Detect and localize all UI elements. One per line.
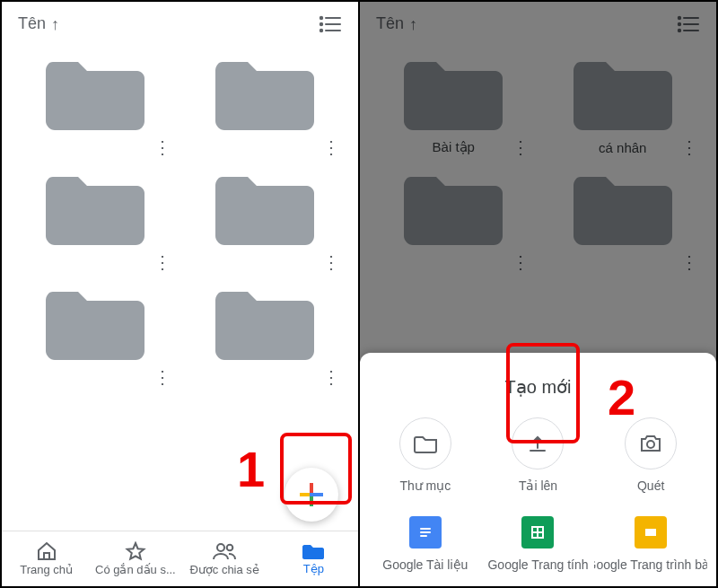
header: Tên ↑	[2, 2, 358, 42]
svg-rect-6	[310, 483, 313, 493]
folder-item[interactable]: cá nhân⋮	[547, 51, 699, 157]
nav-starred[interactable]: Có gắn dấu s...	[91, 531, 180, 586]
folder-item[interactable]: ⋮	[189, 281, 341, 387]
slides-icon	[643, 524, 659, 540]
folder-item[interactable]: ⋮	[20, 51, 171, 157]
sort-control[interactable]: Tên ↑	[18, 14, 59, 33]
folder-grid: Bài tập⋮ cá nhân⋮ ⋮ ⋮	[360, 42, 716, 272]
tutorial-step-number: 1	[237, 440, 265, 498]
svg-point-0	[320, 16, 322, 18]
sheet-item-label: Tải lên	[519, 478, 557, 493]
folder-item[interactable]: ⋮	[189, 51, 341, 157]
header: Tên ↑	[360, 2, 716, 42]
svg-point-19	[647, 441, 654, 448]
upload-icon	[527, 433, 548, 454]
folder-label: Bài tập	[378, 139, 530, 155]
svg-rect-9	[313, 493, 323, 496]
more-icon[interactable]: ⋮	[680, 253, 698, 271]
folder-item[interactable]: ⋮	[189, 166, 341, 272]
folder-icon	[46, 281, 144, 360]
nav-label: Được chia sẻ	[189, 563, 258, 576]
sort-label: Tên	[18, 14, 46, 33]
arrow-up-icon: ↑	[51, 16, 59, 32]
folder-grid: ⋮ ⋮ ⋮ ⋮ ⋮ ⋮	[2, 42, 358, 387]
more-icon[interactable]: ⋮	[322, 253, 340, 271]
screen-step-1: Tên ↑ ⋮ ⋮	[2, 2, 360, 586]
create-docs[interactable]: Google Tài liệu	[369, 516, 482, 572]
svg-point-12	[227, 545, 233, 551]
svg-point-17	[679, 29, 680, 31]
nav-label: Có gắn dấu s...	[95, 563, 176, 576]
folder-outline-icon	[414, 434, 437, 453]
nav-shared[interactable]: Được chia sẻ	[180, 531, 269, 586]
svg-point-11	[217, 544, 224, 551]
more-icon[interactable]: ⋮	[153, 253, 171, 271]
svg-point-13	[679, 16, 680, 18]
more-icon[interactable]: ⋮	[322, 138, 340, 156]
svg-point-2	[320, 22, 322, 24]
nav-label: Trang chủ	[20, 563, 73, 576]
sheet-title: Tạo mới	[369, 376, 707, 398]
folder-icon	[574, 51, 672, 130]
more-icon[interactable]: ⋮	[153, 138, 171, 156]
create-folder[interactable]: Thư mục	[369, 417, 482, 493]
create-new-sheet: Tạo mới Thư mục Tải lên	[360, 353, 716, 586]
camera-icon	[639, 434, 662, 453]
folder-icon	[215, 281, 314, 360]
folder-label: cá nhân	[547, 140, 699, 155]
svg-point-15	[679, 22, 680, 24]
folder-item[interactable]: ⋮	[378, 166, 530, 272]
folder-icon	[404, 166, 503, 245]
svg-rect-7	[310, 496, 313, 506]
view-toggle-list-icon[interactable]	[677, 15, 700, 33]
svg-rect-26	[645, 529, 656, 536]
create-scan[interactable]: Quét	[594, 417, 707, 493]
folder-item[interactable]: ⋮	[20, 281, 171, 387]
tutorial-frame: Tên ↑ ⋮ ⋮	[0, 0, 718, 588]
folder-filled-icon	[302, 542, 324, 560]
arrow-up-icon: ↑	[409, 16, 417, 32]
view-toggle-list-icon[interactable]	[319, 15, 342, 33]
folder-icon	[574, 166, 672, 245]
home-icon	[36, 541, 57, 561]
folder-icon	[215, 166, 314, 245]
folder-icon	[46, 51, 144, 130]
people-icon	[213, 541, 236, 561]
create-sheets[interactable]: Google Trang tính	[482, 516, 595, 572]
fab-create[interactable]	[285, 468, 338, 522]
bottom-nav: Trang chủ Có gắn dấu s... Được chia sẻ T…	[2, 531, 358, 586]
sheets-icon	[530, 524, 546, 540]
sort-label: Tên	[376, 14, 404, 33]
docs-icon	[417, 524, 433, 540]
svg-point-4	[320, 29, 322, 31]
more-icon[interactable]: ⋮	[153, 368, 171, 386]
svg-rect-10	[310, 493, 313, 496]
create-upload[interactable]: Tải lên	[482, 417, 595, 493]
nav-files[interactable]: Tệp	[269, 531, 358, 586]
folder-icon	[215, 51, 314, 130]
create-slides[interactable]: Google Trang trình bày	[594, 516, 707, 572]
svg-rect-8	[300, 493, 310, 496]
sheet-item-label: Quét	[637, 478, 664, 493]
more-icon[interactable]: ⋮	[512, 253, 530, 271]
folder-item[interactable]: ⋮	[20, 166, 171, 272]
sheet-grid: Thư mục Tải lên	[369, 417, 707, 572]
star-icon	[125, 541, 146, 561]
screen-step-2: Tên ↑ Bài tập⋮ cá nhân⋮	[360, 2, 716, 586]
nav-label: Tệp	[303, 562, 324, 575]
sheet-item-label: Google Trang tính	[487, 557, 588, 572]
sheet-item-label: Google Tài liệu	[382, 557, 468, 572]
folder-icon	[46, 166, 144, 245]
folder-icon	[404, 51, 503, 130]
more-icon[interactable]: ⋮	[322, 368, 340, 386]
plus-multicolor-icon	[298, 481, 325, 508]
nav-home[interactable]: Trang chủ	[2, 531, 91, 586]
sheet-item-label: Google Trang trình bày	[594, 557, 707, 572]
folder-item[interactable]: ⋮	[547, 166, 699, 272]
folder-item[interactable]: Bài tập⋮	[378, 51, 530, 157]
sort-control[interactable]: Tên ↑	[376, 14, 417, 33]
sheet-item-label: Thư mục	[399, 478, 451, 493]
